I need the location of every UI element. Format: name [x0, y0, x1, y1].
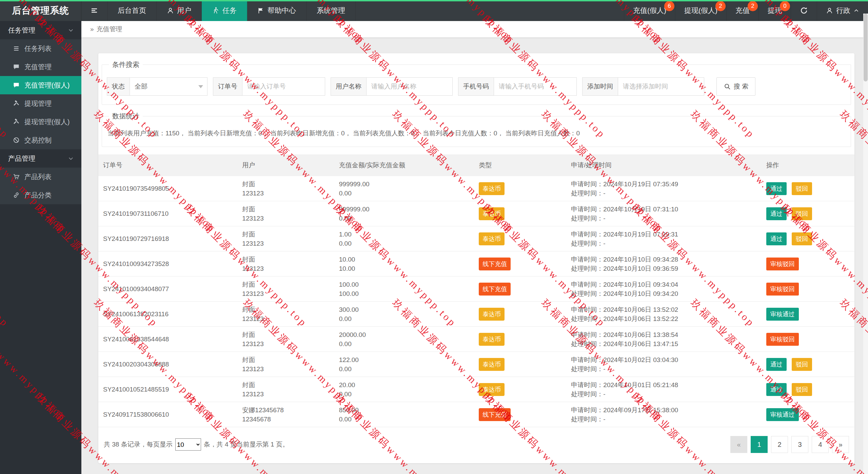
user-menu[interactable]: 行政: [817, 0, 868, 21]
nav-tab-help-center[interactable]: 帮助中心: [247, 0, 307, 21]
sidebar-item-recharge-management[interactable]: 充值管理: [0, 58, 81, 76]
row-action-button[interactable]: 通过: [766, 182, 787, 195]
sidebar-item-withdraw-management-fake[interactable]: 提现管理(假人): [0, 113, 81, 131]
comment-icon: [13, 63, 20, 70]
table-row: SY2410190735499805 封面 123123 999999.00 0…: [98, 176, 854, 201]
user-account: 123123: [242, 364, 334, 374]
amount-cell: 999999.00 0.00: [334, 205, 474, 223]
page-button[interactable]: 1: [751, 436, 768, 453]
row-action-button[interactable]: 驳回: [792, 232, 812, 245]
table-row: SY2410190729716918 封面 123123 1.00 0.00 泰…: [98, 226, 854, 251]
row-action-button[interactable]: 通过: [766, 207, 787, 220]
order-filter: 订单号: [213, 77, 325, 96]
user-cell: 安娜12345678 12345678: [237, 405, 334, 424]
page-button[interactable]: 3: [791, 436, 808, 453]
user-name: 封面: [242, 280, 334, 289]
scrollbar-thumb[interactable]: [864, 14, 868, 81]
username-input[interactable]: [366, 77, 453, 96]
notification-badge: 2: [715, 1, 726, 11]
shortcut-recharge[interactable]: 充值 2: [726, 0, 758, 21]
actual-amount: 0.00: [339, 339, 474, 348]
page-button[interactable]: 4: [812, 436, 829, 453]
nav-tab-home[interactable]: 后台首页: [107, 0, 157, 21]
apply-time: 申请时间：2024年10月19日 07:35:49: [571, 179, 761, 189]
page-button[interactable]: «: [730, 436, 747, 453]
recharge-amount: 850.00: [339, 405, 474, 415]
sidebar-item-task-list[interactable]: 任务列表: [0, 39, 81, 58]
row-action-button[interactable]: 审核通过: [766, 308, 799, 321]
refresh-button[interactable]: [791, 0, 817, 21]
process-time: 处理时间：-: [571, 390, 761, 399]
sidebar-item-transaction-control[interactable]: 交易控制: [0, 131, 81, 149]
row-action-button[interactable]: 驳回: [792, 182, 812, 195]
row-action-button[interactable]: 驳回: [792, 358, 812, 371]
sidebar-item-product-category[interactable]: 产品分类: [0, 186, 81, 204]
sidebar-group-product-management[interactable]: 产品管理: [0, 149, 81, 168]
apply-time: 申请时间：2024年10月06日 13:38:54: [571, 330, 761, 339]
user-name: 封面: [242, 205, 334, 214]
user-cell: 封面 123123: [237, 380, 334, 399]
nav-tab-tasks[interactable]: 任务: [202, 0, 247, 21]
row-action-button[interactable]: 驳回: [792, 383, 812, 396]
row-action-button[interactable]: 驳回: [792, 207, 812, 220]
stats-summary: 当前列表用户充值：1150， 当前列表今日新增充值：0， 当前列表昨日新增充值：…: [102, 121, 851, 147]
recharge-amount: 1.00: [339, 230, 474, 239]
amount-cell: 300.00 0.00: [334, 305, 474, 323]
page-button[interactable]: 2: [771, 436, 788, 453]
row-action-button[interactable]: 审核通过: [766, 408, 799, 421]
user-cell: 封面 123123: [237, 280, 334, 298]
type-cell: 线下充值: [474, 283, 566, 296]
chevron-up-icon: [853, 8, 859, 14]
phone-input[interactable]: [494, 77, 577, 96]
shortcut-withdraw[interactable]: 提现 0: [758, 0, 791, 21]
status-select[interactable]: 全部: [130, 77, 208, 96]
time-cell: 申请时间：2024年09月17日 15:38:00 处理时间：-: [566, 405, 761, 424]
shortcut-recharge-fake[interactable]: 充值(假人) 6: [624, 0, 675, 21]
hamburger-icon: [90, 6, 98, 15]
recharge-amount: 20.00: [339, 380, 474, 390]
page-button[interactable]: »: [832, 436, 849, 453]
page-size-select[interactable]: 10: [175, 438, 201, 451]
user-account: 123123: [242, 189, 334, 198]
row-action-button[interactable]: 通过: [766, 358, 787, 371]
user-account: 123123: [242, 339, 334, 348]
time-cell: 申请时间：2024年10月19日 07:31:10 处理时间：-: [566, 205, 761, 223]
row-action-button[interactable]: 通过: [766, 232, 787, 245]
top-accent-line: [0, 0, 868, 1]
table-header: 订单号 用户 充值金额/实际充值金额 类型 申请/处理时间 操作: [98, 154, 854, 176]
table-row: SY2409171538006610 安娜12345678 12345678 8…: [98, 402, 854, 427]
refresh-icon: [800, 6, 808, 15]
sidebar-toggle-button[interactable]: [81, 0, 107, 21]
order-number: SY2410190731106710: [98, 210, 237, 217]
sidebar-item-product-list[interactable]: 产品列表: [0, 168, 81, 186]
amount-cell: 20000.00 0.00: [334, 330, 474, 348]
sidebar-item-withdraw-management[interactable]: 提现管理: [0, 94, 81, 113]
order-number-input[interactable]: [242, 77, 325, 96]
search-button[interactable]: 搜 索: [716, 77, 755, 96]
time-cell: 申请时间：2024年10月10日 09:34:04 处理时间：2024年10月1…: [566, 280, 761, 298]
order-number: SY2410190729716918: [98, 235, 237, 243]
order-number: SY2410061352023116: [98, 310, 237, 318]
actions-cell: 审核通过: [762, 408, 854, 421]
nav-tab-users[interactable]: 用户: [157, 0, 202, 21]
actual-amount: 0.00: [339, 390, 474, 399]
sidebar-item-recharge-management-fake[interactable]: 充值管理(假人): [0, 76, 81, 94]
row-action-button[interactable]: 审核驳回: [766, 283, 799, 296]
scrollbar-track[interactable]: [863, 14, 868, 474]
actual-amount: 0.00: [339, 415, 474, 424]
user-account: 123123: [242, 289, 334, 298]
row-action-button[interactable]: 通过: [766, 383, 787, 396]
nav-tab-system[interactable]: 系统管理: [307, 0, 356, 21]
row-action-button[interactable]: 审核驳回: [766, 333, 799, 346]
process-time: 处理时间：-: [571, 364, 761, 374]
amount-cell: 10.00 10.00: [334, 255, 474, 273]
table-row: SY2410010521485519 封面 123123 20.00 0.00 …: [98, 377, 854, 402]
recharge-amount: 10.00: [339, 255, 474, 264]
actions-cell: 通过 驳回: [762, 182, 854, 195]
sidebar-group-task-management[interactable]: 任务管理: [0, 21, 81, 39]
order-number: SY2410190735499805: [98, 185, 237, 192]
row-action-button[interactable]: 审核驳回: [766, 258, 799, 270]
add-time-input[interactable]: [618, 77, 704, 96]
shortcut-withdraw-fake[interactable]: 提现(假人) 2: [675, 0, 726, 21]
user-cell: 封面 123123: [237, 355, 334, 374]
